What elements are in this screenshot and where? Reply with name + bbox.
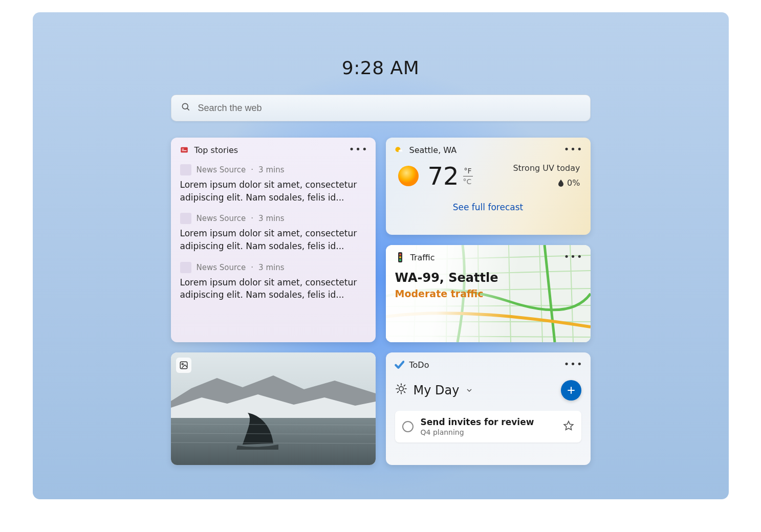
traffic-light-icon — [395, 252, 405, 262]
svg-line-37 — [404, 391, 405, 392]
list-name: My Day — [414, 383, 460, 397]
svg-line-38 — [397, 391, 398, 392]
search-icon — [181, 102, 191, 114]
story-headline: Lorem ipsum dolor sit amet, consectetur … — [180, 227, 366, 252]
uv-note: Strong UV today — [513, 161, 580, 176]
list-selector[interactable]: My Day — [395, 383, 474, 398]
svg-point-6 — [398, 166, 419, 186]
svg-point-22 — [399, 256, 401, 258]
task-checkbox[interactable] — [402, 421, 414, 432]
photos-icon[interactable] — [176, 358, 191, 373]
photo-widget[interactable] — [171, 352, 376, 465]
weather-widget[interactable]: ••• Seattle, WA — [386, 138, 591, 235]
news-story[interactable]: News Source · 3 mins Lorem ipsum dolor s… — [171, 257, 376, 305]
task-subtitle: Q4 planning — [421, 428, 556, 436]
unit-toggle[interactable]: °F °C — [463, 167, 473, 186]
svg-point-30 — [182, 363, 183, 365]
more-icon[interactable]: ••• — [564, 360, 583, 369]
story-headline: Lorem ipsum dolor sit amet, consectetur … — [180, 179, 366, 204]
traffic-status: Moderate traffic — [395, 288, 581, 299]
svg-line-1 — [187, 108, 189, 110]
task-title: Send invites for review — [421, 417, 556, 427]
svg-point-23 — [399, 259, 401, 261]
traffic-widget[interactable]: ••• Traffic WA-99, Seattle Moderate traf… — [386, 245, 591, 342]
weather-icon — [394, 145, 404, 155]
widgets-panel: 9:28 AM ••• Top stories — [33, 12, 729, 499]
precipitation: 0% — [513, 176, 580, 191]
story-thumbnail — [180, 213, 191, 224]
sun-icon — [396, 164, 421, 188]
story-age: 3 mins — [258, 263, 284, 272]
story-list: News Source · 3 mins Lorem ipsum dolor s… — [171, 159, 376, 305]
story-age: 3 mins — [258, 165, 284, 174]
more-icon[interactable]: ••• — [564, 145, 583, 154]
story-age: 3 mins — [258, 214, 284, 223]
story-source: News Source — [197, 263, 246, 272]
story-thumbnail — [180, 164, 191, 175]
svg-marker-42 — [564, 422, 573, 430]
news-story[interactable]: News Source · 3 mins Lorem ipsum dolor s… — [171, 208, 376, 256]
story-headline: Lorem ipsum dolor sit amet, consectetur … — [180, 276, 366, 301]
search-input[interactable] — [198, 103, 581, 114]
todo-icon — [394, 360, 404, 370]
top-stories-widget[interactable]: ••• Top stories News Source · 3 mins — [171, 138, 376, 342]
chevron-down-icon — [465, 383, 473, 397]
svg-line-36 — [397, 385, 398, 386]
forecast-link[interactable]: See full forecast — [386, 202, 591, 212]
story-source: News Source — [197, 165, 246, 174]
svg-rect-4 — [182, 150, 186, 151]
news-icon — [179, 145, 189, 155]
droplet-icon — [558, 180, 564, 187]
story-thumbnail — [180, 262, 191, 273]
news-story[interactable]: News Source · 3 mins Lorem ipsum dolor s… — [171, 159, 376, 208]
todo-widget[interactable]: ••• ToDo My Day — [386, 352, 591, 465]
widget-title: Traffic — [410, 253, 435, 262]
featured-photo — [171, 352, 376, 465]
sun-outline-icon — [395, 383, 407, 398]
traffic-route: WA-99, Seattle — [395, 271, 581, 285]
svg-point-21 — [399, 254, 401, 256]
svg-point-0 — [182, 103, 188, 109]
search-bar[interactable] — [171, 95, 591, 121]
svg-rect-3 — [182, 149, 184, 150]
svg-rect-2 — [181, 147, 188, 153]
clock: 9:28 AM — [342, 57, 419, 78]
task-item[interactable]: Send invites for review Q4 planning — [395, 411, 581, 442]
more-icon[interactable]: ••• — [349, 145, 368, 154]
add-task-button[interactable] — [561, 380, 581, 401]
temperature: 72 — [428, 164, 459, 188]
widget-title: Top stories — [194, 145, 238, 155]
svg-rect-29 — [180, 362, 187, 369]
star-icon[interactable] — [563, 420, 574, 433]
svg-point-31 — [399, 387, 403, 391]
story-source: News Source — [197, 214, 246, 223]
svg-line-39 — [404, 385, 405, 386]
widget-title: ToDo — [409, 360, 429, 370]
weather-location: Seattle, WA — [409, 145, 457, 155]
